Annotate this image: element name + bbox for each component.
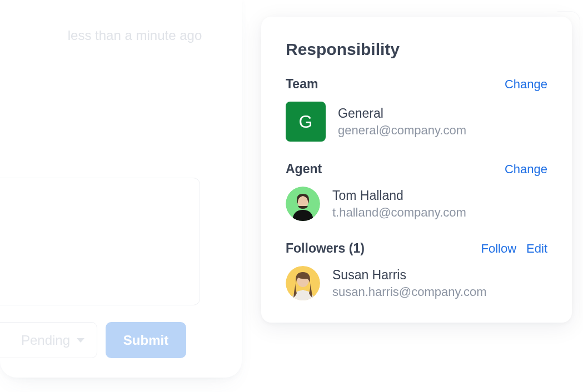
team-avatar: G <box>286 102 326 142</box>
followers-edit-link[interactable]: Edit <box>526 242 547 256</box>
team-name: General <box>338 106 466 121</box>
responsibility-panel: Responsibility Team Change G General gen… <box>261 17 572 323</box>
chevron-down-icon <box>77 338 84 343</box>
status-dropdown[interactable]: Pending <box>0 322 97 358</box>
status-dropdown-label: Pending <box>21 333 70 348</box>
team-change-link[interactable]: Change <box>505 77 547 92</box>
agent-label: Agent <box>286 162 322 177</box>
submit-button[interactable]: Submit <box>106 322 186 358</box>
follower-row: Susan Harris susan.harris@company.com <box>286 266 547 300</box>
followers-label: Followers (1) <box>286 241 365 256</box>
svg-point-4 <box>301 290 305 293</box>
submit-button-label: Submit <box>123 333 168 348</box>
follower-name: Susan Harris <box>332 268 486 283</box>
timestamp: less than a minute ago <box>0 28 242 43</box>
message-input-box[interactable] <box>0 178 200 305</box>
team-row: G General general@company.com <box>286 102 547 142</box>
agent-email: t.halland@company.com <box>332 205 466 220</box>
team-email: general@company.com <box>338 123 466 138</box>
agent-change-link[interactable]: Change <box>505 162 547 177</box>
follower-email: susan.harris@company.com <box>332 285 486 299</box>
compose-panel: less than a minute ago Pending Submit <box>0 0 242 378</box>
agent-avatar <box>286 187 320 221</box>
follow-link[interactable]: Follow <box>481 242 517 256</box>
team-label: Team <box>286 77 318 92</box>
agent-name: Tom Halland <box>332 188 466 203</box>
agent-row: Tom Halland t.halland@company.com <box>286 187 547 221</box>
follower-avatar <box>286 266 320 300</box>
panel-title: Responsibility <box>286 40 547 59</box>
